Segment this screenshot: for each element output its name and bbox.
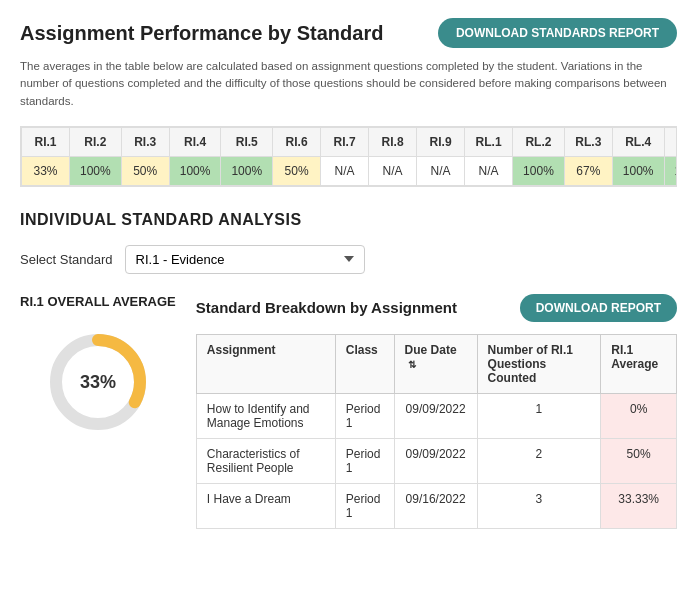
standard-header-RL.2: RL.2 bbox=[513, 127, 565, 156]
standard-value-RI.6: 50% bbox=[273, 156, 321, 185]
overall-label: RI.1 OVERALL AVERAGE bbox=[20, 294, 176, 311]
breakdown-row-1: Characteristics of Resilient PeoplePerio… bbox=[196, 438, 676, 483]
cell-class: Period 1 bbox=[335, 438, 394, 483]
standard-value-RI.7: N/A bbox=[321, 156, 369, 185]
col-due-date: Due Date ⇅ bbox=[394, 334, 477, 393]
breakdown-header: Standard Breakdown by Assignment DOWNLOA… bbox=[196, 294, 677, 322]
standard-header-RI.7: RI.7 bbox=[321, 127, 369, 156]
cell-class: Period 1 bbox=[335, 483, 394, 528]
cell-assignment: How to Identify and Manage Emotions bbox=[196, 393, 335, 438]
cell-average: 0% bbox=[601, 393, 677, 438]
breakdown-tbody: How to Identify and Manage EmotionsPerio… bbox=[196, 393, 676, 528]
breakdown-row-0: How to Identify and Manage EmotionsPerio… bbox=[196, 393, 676, 438]
standard-value-RI.2: 100% bbox=[70, 156, 122, 185]
breakdown-row-2: I Have a DreamPeriod 109/16/2022333.33% bbox=[196, 483, 676, 528]
page-title: Assignment Performance by Standard bbox=[20, 22, 383, 45]
standard-value-RI.8: N/A bbox=[369, 156, 417, 185]
cell-assignment: I Have a Dream bbox=[196, 483, 335, 528]
cell-questions: 2 bbox=[477, 438, 601, 483]
standard-header-RL.3: RL.3 bbox=[564, 127, 612, 156]
cell-class: Period 1 bbox=[335, 393, 394, 438]
download-report-button[interactable]: DOWNLOAD REPORT bbox=[520, 294, 677, 322]
col-class: Class bbox=[335, 334, 394, 393]
col-assignment: Assignment bbox=[196, 334, 335, 393]
select-standard-label: Select Standard bbox=[20, 252, 113, 267]
download-standards-button[interactable]: DOWNLOAD STANDARDS REPORT bbox=[438, 18, 677, 48]
standards-values-row: 33%100%50%100%100%50%N/AN/AN/AN/A100%67%… bbox=[22, 156, 678, 185]
standard-header-RI.5: RI.5 bbox=[221, 127, 273, 156]
standard-header-RI.9: RI.9 bbox=[417, 127, 465, 156]
standard-header-RI.6: RI.6 bbox=[273, 127, 321, 156]
standard-header-RL.5: RL.5 bbox=[664, 127, 677, 156]
standard-value-RI.4: 100% bbox=[169, 156, 221, 185]
section-title: INDIVIDUAL STANDARD ANALYSIS bbox=[20, 211, 677, 229]
overall-right: Standard Breakdown by Assignment DOWNLOA… bbox=[196, 294, 677, 529]
standard-value-RI.5: 100% bbox=[221, 156, 273, 185]
sort-icon[interactable]: ⇅ bbox=[408, 359, 416, 370]
standards-header-row: RI.1RI.2RI.3RI.4RI.5RI.6RI.7RI.8RI.9RL.1… bbox=[22, 127, 678, 156]
select-standard-row: Select Standard RI.1 - EvidenceRI.2RI.3R… bbox=[20, 245, 677, 274]
standard-header-RI.1: RI.1 bbox=[22, 127, 70, 156]
standard-value-RL.3: 67% bbox=[564, 156, 612, 185]
cell-questions: 1 bbox=[477, 393, 601, 438]
page-description: The averages in the table below are calc… bbox=[20, 58, 677, 110]
standard-value-RI.1: 33% bbox=[22, 156, 70, 185]
standard-value-RL.2: 100% bbox=[513, 156, 565, 185]
standards-table-wrapper: RI.1RI.2RI.3RI.4RI.5RI.6RI.7RI.8RI.9RL.1… bbox=[20, 126, 677, 187]
cell-questions: 3 bbox=[477, 483, 601, 528]
overall-section: RI.1 OVERALL AVERAGE 33% Standard Breakd… bbox=[20, 294, 677, 529]
overall-left: RI.1 OVERALL AVERAGE 33% bbox=[20, 294, 176, 437]
cell-due-date: 09/09/2022 bbox=[394, 393, 477, 438]
standard-value-RI.9: N/A bbox=[417, 156, 465, 185]
standard-header-RI.4: RI.4 bbox=[169, 127, 221, 156]
breakdown-title: Standard Breakdown by Assignment bbox=[196, 299, 457, 316]
standard-value-RI.3: 50% bbox=[121, 156, 169, 185]
standard-header-RL.4: RL.4 bbox=[612, 127, 664, 156]
standard-value-RL.5: 100% bbox=[664, 156, 677, 185]
col-average: RI.1 Average bbox=[601, 334, 677, 393]
standards-table: RI.1RI.2RI.3RI.4RI.5RI.6RI.7RI.8RI.9RL.1… bbox=[21, 127, 677, 186]
cell-due-date: 09/09/2022 bbox=[394, 438, 477, 483]
standard-header-RI.2: RI.2 bbox=[70, 127, 122, 156]
cell-assignment: Characteristics of Resilient People bbox=[196, 438, 335, 483]
standard-header-RI.3: RI.3 bbox=[121, 127, 169, 156]
standard-value-RL.1: N/A bbox=[465, 156, 513, 185]
standard-header-RL.1: RL.1 bbox=[465, 127, 513, 156]
col-questions: Number of RI.1 Questions Counted bbox=[477, 334, 601, 393]
donut-chart: 33% bbox=[43, 327, 153, 437]
cell-average: 33.33% bbox=[601, 483, 677, 528]
standard-header-RI.8: RI.8 bbox=[369, 127, 417, 156]
breakdown-table: Assignment Class Due Date ⇅ Number of RI… bbox=[196, 334, 677, 529]
page-header: Assignment Performance by Standard DOWNL… bbox=[20, 18, 677, 48]
breakdown-header-row: Assignment Class Due Date ⇅ Number of RI… bbox=[196, 334, 676, 393]
cell-due-date: 09/16/2022 bbox=[394, 483, 477, 528]
standard-select[interactable]: RI.1 - EvidenceRI.2RI.3RI.4RI.5RI.6RI.7R… bbox=[125, 245, 365, 274]
cell-average: 50% bbox=[601, 438, 677, 483]
donut-center-text: 33% bbox=[80, 371, 116, 392]
standard-value-RL.4: 100% bbox=[612, 156, 664, 185]
